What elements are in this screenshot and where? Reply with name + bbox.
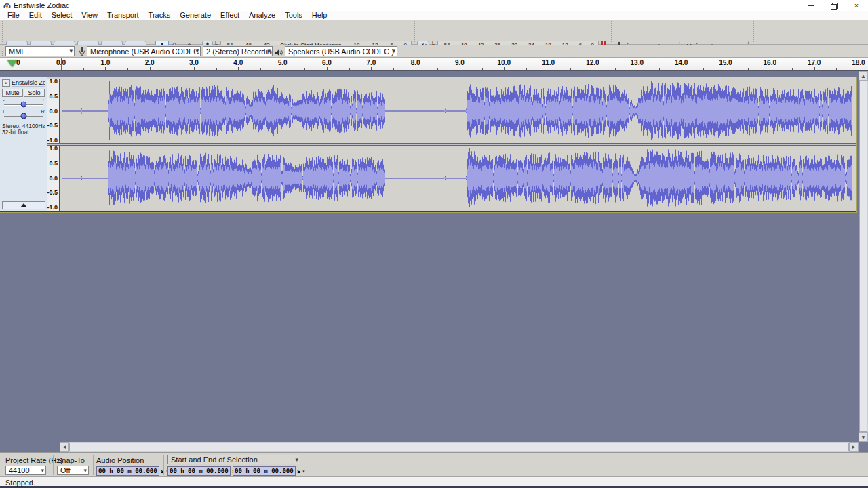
waveform-right-channel[interactable]: [60, 146, 852, 210]
scale-label: -0.5: [47, 123, 58, 129]
menu-item[interactable]: Generate: [175, 11, 216, 20]
ruler-label: 11.0: [542, 59, 555, 66]
timeline-ruler[interactable]: 0 0.01.02.03.04.05.06.07.08.09.010.011.0…: [0, 58, 868, 71]
vertical-scale-right-channel[interactable]: 1.00.50.0-0.5-1.0: [47, 146, 60, 211]
scroll-left-arrow[interactable]: ◄: [60, 442, 69, 452]
scale-label: -1.0: [47, 205, 58, 211]
toolbar-grip[interactable]: [610, 20, 613, 43]
window-title: Enstwisle Zodiac: [14, 1, 70, 9]
close-button[interactable]: ×: [845, 0, 868, 11]
ruler-label: 14.0: [675, 59, 688, 66]
pan-slider[interactable]: LR: [3, 110, 45, 119]
menu-item[interactable]: Transport: [102, 11, 144, 20]
ruler-label: 7.0: [366, 59, 376, 66]
toolbar-grip[interactable]: [1, 20, 4, 43]
quick-play-pin-icon[interactable]: [7, 60, 17, 67]
device-toolbar: MME Microphone (USB Audio CODEC ) 2 (Ste…: [0, 45, 868, 58]
scale-label: 1.0: [49, 79, 58, 85]
toolbar-grip[interactable]: [198, 20, 201, 43]
toolbar-grip[interactable]: [152, 20, 155, 43]
selection-start-field[interactable]: 00 h 00 m 00.000 s: [167, 466, 231, 476]
recording-device-select[interactable]: Microphone (USB Audio CODEC ): [87, 46, 201, 56]
playhead-cursor: [61, 58, 62, 70]
status-bar: Stopped.: [0, 476, 868, 488]
menu-item[interactable]: Tracks: [144, 11, 176, 20]
separator: [93, 455, 94, 475]
snap-to-label: Snap-To: [57, 456, 85, 464]
menu-item[interactable]: Select: [47, 11, 77, 20]
scale-label: 0.5: [49, 161, 58, 167]
track-collapse-button[interactable]: [2, 201, 45, 209]
track-info: Stereo, 44100Hz 32-bit float: [2, 123, 45, 136]
scale-label: 0.0: [49, 176, 58, 182]
minimize-button[interactable]: [799, 0, 822, 11]
selection-mode-select[interactable]: Start and End of Selection: [167, 455, 300, 464]
recording-channels-select[interactable]: 2 (Stereo) Recording Chan: [203, 46, 273, 56]
solo-button[interactable]: Solo: [24, 89, 45, 97]
audio-track[interactable]: × Enstwisle Zo Mute Solo -+ LR Stereo, 4…: [0, 77, 856, 212]
ruler-label: 8.0: [411, 59, 420, 66]
audio-position-field[interactable]: 00 h 00 m 00.000 s: [96, 466, 159, 476]
scroll-up-arrow[interactable]: ▲: [859, 71, 868, 81]
horizontal-scrollbar[interactable]: ◄ ►: [60, 442, 859, 452]
minimize-icon: [808, 5, 814, 6]
scale-label: 0.0: [49, 108, 58, 115]
separator: [66, 478, 66, 486]
restore-button[interactable]: [822, 0, 845, 11]
ruler-origin-label: 0: [16, 59, 20, 66]
scroll-right-arrow[interactable]: ►: [849, 442, 859, 452]
separator: [53, 455, 54, 475]
pan-thumb[interactable]: [21, 113, 27, 119]
track-name-menu[interactable]: Enstwisle Zo: [12, 79, 45, 87]
title-bar: Enstwisle Zodiac ×: [0, 0, 868, 11]
gain-slider[interactable]: -+: [3, 99, 45, 108]
ruler-label: 9.0: [455, 59, 465, 66]
restore-icon: [831, 3, 837, 9]
ruler-label: 2.0: [145, 59, 155, 66]
selection-end-field[interactable]: 00 h 00 m 00.000 s: [233, 466, 296, 476]
playback-device-select[interactable]: Speakers (USB Audio CODEC ): [285, 46, 397, 56]
menu-item[interactable]: Tools: [280, 11, 307, 20]
vertical-scale-left-channel[interactable]: 1.00.50.0-0.5-1.0: [47, 79, 60, 144]
selection-toolbar: Project Rate (Hz) 44100 Snap-To Off Audi…: [0, 452, 868, 476]
ruler-label: 6.0: [322, 59, 332, 66]
separator: [163, 455, 164, 475]
track-control-panel: × Enstwisle Zo Mute Solo -+ LR Stereo, 4…: [0, 77, 47, 211]
playback-device-speaker-icon: [274, 47, 283, 58]
scale-label: 1.0: [49, 146, 58, 152]
menu-items: FileEditSelectViewTransportTracksGenerat…: [0, 11, 868, 20]
ruler-label: 10.0: [498, 59, 511, 66]
toolbar-grip[interactable]: [753, 20, 755, 43]
menu-item[interactable]: View: [77, 11, 102, 20]
audacity-logo-icon: [3, 1, 11, 9]
ruler-label: 4.0: [233, 59, 243, 66]
audio-host-select[interactable]: MME: [5, 46, 75, 56]
vertical-scrollbar[interactable]: ▲ ▼: [859, 71, 868, 442]
horizontal-scroll-thumb[interactable]: [69, 443, 849, 451]
track-area[interactable]: × Enstwisle Zo Mute Solo -+ LR Stereo, 4…: [0, 71, 868, 452]
menu-item[interactable]: File: [3, 11, 24, 20]
ruler-label: 18.0: [852, 59, 865, 66]
mute-button[interactable]: Mute: [2, 89, 23, 97]
toolbar-grip[interactable]: [1, 46, 4, 56]
vertical-scroll-thumb[interactable]: [859, 81, 867, 432]
menu-item[interactable]: Edit: [24, 11, 47, 20]
toolbar-grip[interactable]: [414, 20, 416, 43]
status-text: Stopped.: [5, 479, 35, 487]
audacity-window: Enstwisle Zodiac × FileEditSelectViewTra…: [0, 0, 868, 488]
menu-item[interactable]: Analyze: [244, 11, 280, 20]
scale-label: 0.5: [49, 94, 58, 100]
waveform-left-channel[interactable]: [60, 79, 852, 143]
project-rate-select[interactable]: 44100: [5, 466, 46, 475]
menu-item[interactable]: Help: [307, 11, 332, 20]
track-close-button[interactable]: ×: [2, 79, 10, 87]
scale-label: -0.5: [47, 190, 58, 196]
menu-item[interactable]: Effect: [216, 11, 244, 20]
collapse-arrow-icon: [20, 203, 27, 207]
recording-device-mic-icon: [77, 46, 87, 57]
project-rate-label: Project Rate (Hz): [5, 456, 62, 464]
snap-to-select[interactable]: Off: [57, 466, 89, 475]
toolbar-dock: I ✎ ↔ ✱ LR -54-48-42Click to Start Monit…: [0, 20, 868, 45]
gain-thumb[interactable]: [21, 101, 27, 107]
scroll-down-arrow[interactable]: ▼: [859, 432, 868, 442]
